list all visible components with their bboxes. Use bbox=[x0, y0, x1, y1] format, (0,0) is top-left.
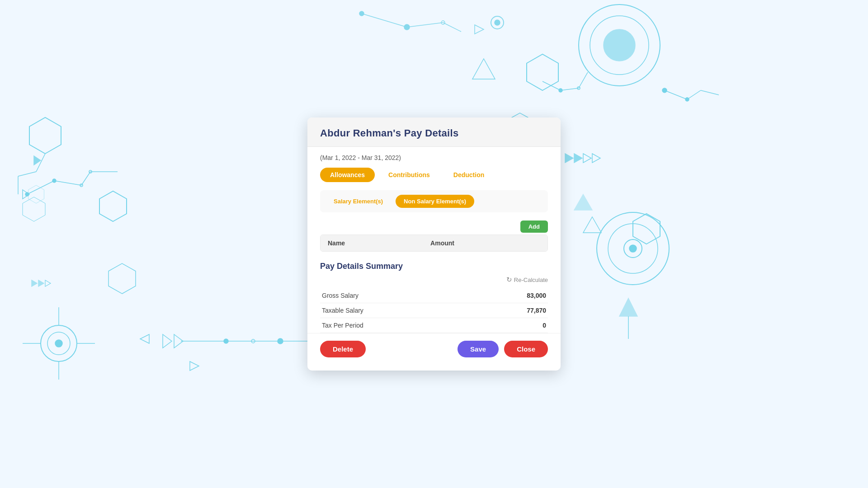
recalculate-button[interactable]: ↻ Re-Calculate bbox=[506, 276, 548, 284]
add-button[interactable]: Add bbox=[520, 221, 548, 233]
tab-allowances[interactable]: Allowances bbox=[320, 168, 375, 182]
summary-row-gross: Gross Salary 83,000 bbox=[320, 288, 548, 303]
summary-table: Gross Salary 83,000 Taxable Salary 77,87… bbox=[320, 288, 548, 333]
pay-details-modal: Abdur Rehman's Pay Details (Mar 1, 2022 … bbox=[307, 117, 561, 371]
summary-row-taxable: Taxable Salary 77,870 bbox=[320, 303, 548, 318]
col-amount: Amount bbox=[423, 235, 547, 251]
summary-value-taxable: 77,870 bbox=[471, 303, 548, 318]
close-button[interactable]: Close bbox=[504, 341, 548, 357]
modal-body: (Mar 1, 2022 - Mar 31, 2022) Allowances … bbox=[307, 154, 561, 333]
summary-label-gross: Gross Salary bbox=[320, 288, 471, 303]
delete-button[interactable]: Delete bbox=[320, 341, 366, 357]
sub-tab-non-salary-element[interactable]: Non Salary Element(s) bbox=[396, 195, 474, 208]
allowances-table: Name Amount bbox=[321, 235, 547, 251]
allowances-table-container: Name Amount bbox=[320, 235, 548, 252]
summary-row-tax-per-period: Tax Per Period 0 bbox=[320, 318, 548, 333]
main-tabs: Allowances Contributions Deduction bbox=[320, 168, 548, 182]
tab-deduction[interactable]: Deduction bbox=[443, 168, 494, 182]
summary-value-tax: 0 bbox=[471, 318, 548, 333]
recalculate-label: Re-Calculate bbox=[514, 277, 548, 283]
sub-tabs: Salary Element(s) Non Salary Element(s) bbox=[320, 190, 548, 212]
summary-title: Pay Details Summary bbox=[320, 262, 548, 271]
summary-label-taxable: Taxable Salary bbox=[320, 303, 471, 318]
tab-contributions[interactable]: Contributions bbox=[378, 168, 440, 182]
summary-value-gross: 83,000 bbox=[471, 288, 548, 303]
save-button[interactable]: Save bbox=[458, 341, 499, 357]
summary-section: Pay Details Summary ↻ Re-Calculate Gross… bbox=[320, 262, 548, 333]
modal-title: Abdur Rehman's Pay Details bbox=[320, 127, 548, 139]
sub-tab-salary-element[interactable]: Salary Element(s) bbox=[326, 195, 391, 208]
modal-footer: Delete Save Close bbox=[307, 333, 561, 365]
table-header-row: Name Amount bbox=[321, 235, 547, 251]
col-name: Name bbox=[321, 235, 423, 251]
date-range: (Mar 1, 2022 - Mar 31, 2022) bbox=[320, 154, 548, 161]
add-button-row: Add bbox=[320, 221, 548, 233]
modal-overlay: Abdur Rehman's Pay Details (Mar 1, 2022 … bbox=[0, 0, 868, 488]
recalculate-icon: ↻ bbox=[506, 276, 512, 284]
footer-right-buttons: Save Close bbox=[458, 341, 548, 357]
recalculate-row: ↻ Re-Calculate bbox=[320, 276, 548, 284]
summary-label-tax: Tax Per Period bbox=[320, 318, 471, 333]
modal-header: Abdur Rehman's Pay Details bbox=[307, 117, 561, 147]
